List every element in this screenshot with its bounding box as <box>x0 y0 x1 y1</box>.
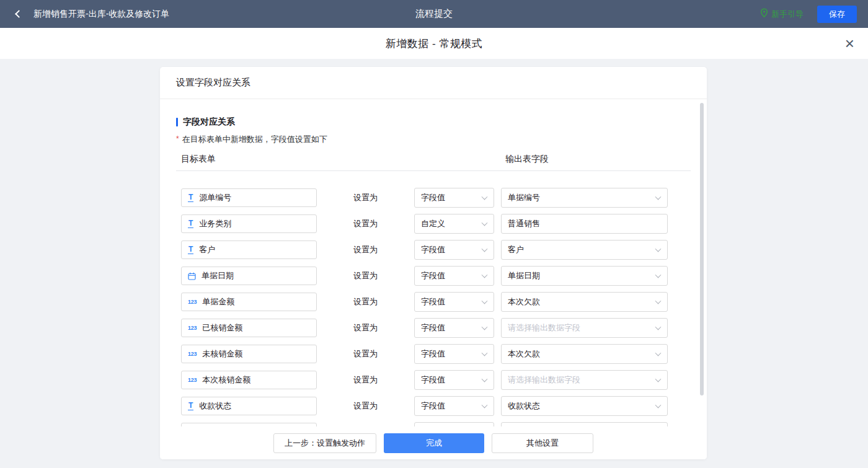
output-field-select[interactable]: 收款状态 <box>501 396 668 416</box>
chevron-down-icon <box>655 298 662 304</box>
chevron-down-icon <box>655 402 662 408</box>
output-field-select[interactable]: 客户 <box>501 240 668 260</box>
other-settings-button[interactable]: 其他设置 <box>492 433 593 453</box>
column-header-output-fields: 输出表字段 <box>505 154 549 165</box>
output-field-text: 单据日期 <box>508 270 540 281</box>
scrollbar-thumb[interactable] <box>700 103 704 395</box>
beginner-guide-link[interactable]: 新手引导 <box>760 8 804 20</box>
output-field-text: 本次欠款 <box>508 348 540 360</box>
topbar-left: 新增销售开票-出库-收款及修改订单 <box>11 7 169 21</box>
location-pin-icon <box>760 8 768 20</box>
value-mode-select[interactable]: 字段值 <box>414 370 494 390</box>
field-mapping-row: 123未核销金额设置为字段值本次欠款 <box>181 345 707 363</box>
value-mode-text: 字段值 <box>421 400 445 412</box>
chevron-down-icon <box>482 194 488 200</box>
value-mode-select[interactable]: 字段值 <box>414 396 494 416</box>
output-field-select[interactable]: 本次欠款 <box>501 292 668 312</box>
flow-title: 新增销售开票-出库-收款及修改订单 <box>33 9 169 20</box>
column-header-target-form: 目标表单 <box>181 154 216 165</box>
set-as-label: 设置为 <box>317 296 414 307</box>
output-field-text: 收款状态 <box>508 400 540 412</box>
value-mode-select[interactable]: 字段值 <box>414 240 494 260</box>
value-mode-select[interactable]: 字段值 <box>414 266 494 286</box>
rows-container: T源单编号设置为字段值单据编号T业务类别设置为自定义普通销售T客户设置为字段值客… <box>160 188 707 426</box>
target-field-label: 业务类别 <box>199 218 231 229</box>
value-mode-text: 字段值 <box>421 192 445 203</box>
output-field-select[interactable]: 请选择输出数据字段 <box>501 318 668 338</box>
back-button[interactable] <box>11 7 25 21</box>
output-field-select[interactable]: 请选择输出数据字段 <box>501 370 668 390</box>
target-field-box: T收款状态 <box>181 397 317 415</box>
set-as-label: 设置为 <box>317 270 414 281</box>
chevron-left-icon <box>15 10 23 18</box>
chevron-down-icon <box>655 272 662 278</box>
number-field-icon: 123 <box>188 325 197 331</box>
target-field-label: 源单编号 <box>199 192 231 203</box>
value-mode-select[interactable]: 字段值 <box>414 344 494 364</box>
target-field-box: 123单据金额 <box>181 293 317 311</box>
number-field-icon: 123 <box>188 351 197 357</box>
header-divider <box>176 170 691 171</box>
target-field-box: 单据日期 <box>181 267 317 285</box>
target-field-label: 收款状态 <box>199 400 231 412</box>
output-field-text: 单据编号 <box>508 192 540 203</box>
text-field-icon: T <box>188 193 193 202</box>
target-field-box: 123本次核销金额 <box>181 371 317 389</box>
field-mapping-row: T收款状态设置为字段值收款状态 <box>181 397 707 415</box>
hint-line: * 在目标表单中新增数据，字段值设置如下 <box>176 134 707 145</box>
text-field-icon: T <box>188 402 193 410</box>
target-field-box: 123未核销金额 <box>181 345 317 363</box>
target-field-box <box>181 423 317 426</box>
guide-label: 新手引导 <box>771 9 804 20</box>
hint-text: 在目标表单中新增数据，字段值设置如下 <box>182 134 327 145</box>
close-icon[interactable]: × <box>845 35 854 51</box>
required-asterisk: * <box>176 135 179 143</box>
field-mapping-row: 123已核销金额设置为字段值请选择输出数据字段 <box>181 319 707 337</box>
value-mode-text: 自定义 <box>421 218 445 229</box>
value-mode-select[interactable]: 自定义 <box>414 214 494 234</box>
field-mapping-row-partial <box>181 423 707 426</box>
chevron-down-icon <box>482 324 488 330</box>
value-mode-text: 字段值 <box>421 296 445 307</box>
value-mode-text: 字段值 <box>421 322 445 333</box>
set-as-label: 设置为 <box>317 218 414 229</box>
chevron-down-icon <box>655 194 662 200</box>
target-field-box: T源单编号 <box>181 188 317 207</box>
output-field-select[interactable]: 本次欠款 <box>501 344 668 364</box>
output-field-text: 本次欠款 <box>508 296 540 307</box>
field-mapping-row: T业务类别设置为自定义普通销售 <box>181 214 707 233</box>
save-button[interactable]: 保存 <box>817 6 857 23</box>
field-mapping-row: T客户设置为字段值客户 <box>181 241 707 259</box>
previous-step-button[interactable]: 上一步：设置触发动作 <box>273 433 376 453</box>
custom-value-input[interactable]: 普通销售 <box>501 214 668 234</box>
value-mode-select[interactable] <box>414 422 494 426</box>
field-mapping-row: 123本次核销金额设置为字段值请选择输出数据字段 <box>181 371 707 389</box>
column-headers: 目标表单 输出表字段 <box>160 154 707 166</box>
chevron-down-icon <box>482 350 488 356</box>
value-mode-select[interactable]: 字段值 <box>414 292 494 312</box>
set-as-label: 设置为 <box>317 322 414 333</box>
modal-header: 新增数据 - 常规模式 × <box>0 28 868 59</box>
custom-value-text: 普通销售 <box>508 218 540 229</box>
done-button[interactable]: 完成 <box>384 433 484 453</box>
set-as-label: 设置为 <box>317 374 414 386</box>
card-header-title: 设置字段对应关系 <box>160 67 707 99</box>
card-footer: 上一步：设置触发动作 完成 其他设置 <box>160 426 707 459</box>
value-mode-select[interactable]: 字段值 <box>414 188 494 208</box>
output-field-select[interactable]: 单据编号 <box>501 188 668 208</box>
modal-title: 新增数据 - 常规模式 <box>386 37 483 51</box>
output-field-select[interactable] <box>501 422 668 426</box>
field-mapping-row: 123单据金额设置为字段值本次欠款 <box>181 293 707 311</box>
target-field-box: T业务类别 <box>181 214 317 233</box>
value-mode-select[interactable]: 字段值 <box>414 318 494 338</box>
field-mapping-card: 设置字段对应关系 字段对应关系 * 在目标表单中新增数据，字段值设置如下 目标表… <box>160 67 707 459</box>
output-field-select[interactable]: 单据日期 <box>501 266 668 286</box>
topbar-right: 新手引导 保存 <box>760 6 857 23</box>
output-field-text: 请选择输出数据字段 <box>508 374 580 386</box>
chevron-down-icon <box>482 298 488 304</box>
field-mapping-row: 单据日期设置为字段值单据日期 <box>181 267 707 285</box>
target-field-label: 已核销金额 <box>202 322 242 333</box>
text-field-icon: T <box>188 245 193 254</box>
value-mode-text: 字段值 <box>421 270 445 281</box>
target-field-label: 未核销金额 <box>202 348 242 360</box>
